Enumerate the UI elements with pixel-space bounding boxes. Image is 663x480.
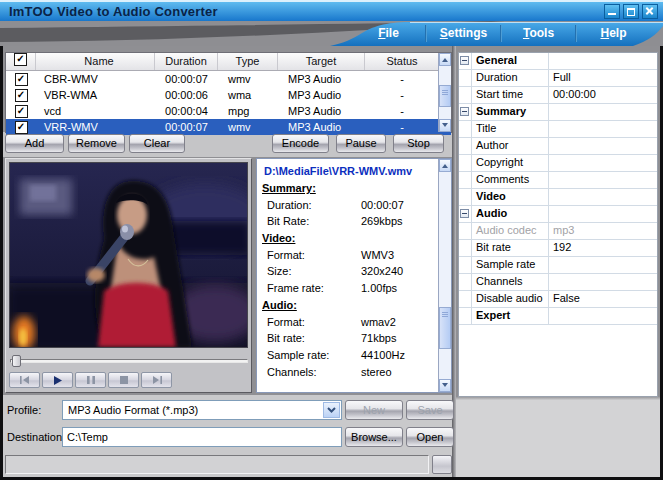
arrow-down-icon [442,123,448,130]
progress-bar-track [5,455,429,474]
row-checkbox[interactable]: ✓ [15,73,28,86]
menu-file[interactable]: File [352,23,425,44]
profile-select[interactable]: MP3 Audio Format (*.mp3) [62,400,342,420]
property-row[interactable]: Disable audio False [459,291,657,308]
browse-button[interactable]: Browse... [345,427,403,447]
scrollbar-thumb[interactable] [439,85,451,107]
bitrate-value: 269kbps [361,215,403,227]
property-group-row[interactable]: Audio [459,206,657,223]
skip-start-icon [20,376,30,384]
table-row[interactable]: ✓ vcd 00:00:04 mpg MP3 Audio - [6,103,451,119]
select-all-checkbox[interactable]: ✓ [14,53,27,66]
property-row[interactable]: Sample rate [459,257,657,274]
stop-playback-button[interactable] [108,372,139,388]
column-header-type[interactable]: Type [218,53,278,70]
row-checkbox[interactable]: ✓ [15,105,28,118]
player-controls [9,372,172,388]
window-controls [604,4,658,19]
column-header-target[interactable]: Target [278,53,365,70]
row-checkbox[interactable]: ✓ [15,121,28,134]
property-row[interactable]: Bit rate 192 [459,240,657,257]
media-info-panel: D:\MediaFile\VRR-WMV.wmv Summary: Durati… [256,158,452,393]
destination-input[interactable] [62,427,342,447]
destination-label: Destination: [7,431,65,443]
size-value: 320x240 [361,265,403,277]
stop-button[interactable]: Stop [393,134,444,153]
window-title: ImTOO Video to Audio Converter [9,4,218,19]
remove-button[interactable]: Remove [68,134,125,153]
arrow-up-icon [442,161,448,168]
property-group-row[interactable]: Summary [459,104,657,121]
add-button[interactable]: Add [5,134,64,153]
arrow-down-icon [442,383,448,390]
profile-dropdown-button[interactable] [323,402,340,418]
channels-value: stereo [361,366,392,378]
collapse-icon[interactable] [460,56,469,65]
table-row-selected[interactable]: ✓ VRR-WMV 00:00:07 wmv MP3 Audio - [6,119,451,135]
play-button[interactable] [42,372,73,388]
pause-button[interactable]: Pause [336,134,386,153]
statusbar-button[interactable] [432,455,452,474]
save-profile-button[interactable]: Save [406,400,454,420]
property-row[interactable]: Comments [459,172,657,189]
scrollbar-thumb[interactable] [439,307,451,349]
property-group-row[interactable]: General [459,53,657,70]
menu-help[interactable]: Help [577,23,650,44]
column-header-duration[interactable]: Duration [155,53,218,70]
table-row[interactable]: ✓ CBR-WMV 00:00:07 wmv MP3 Audio - [6,71,451,87]
seek-track[interactable] [10,359,248,363]
maximize-button[interactable] [623,4,639,19]
property-row[interactable]: Duration Full [459,70,657,87]
new-profile-button[interactable]: New [345,400,403,420]
encode-button[interactable]: Encode [272,134,329,153]
property-row[interactable]: Title [459,121,657,138]
audio-bitrate-value: 71kbps [361,332,396,344]
collapse-icon[interactable] [460,107,469,116]
menu-settings[interactable]: Settings [427,23,500,44]
clear-button[interactable]: Clear [129,134,185,153]
property-row-disabled: Audio codec mp3 [459,223,657,240]
skip-end-button[interactable] [141,372,172,388]
seek-bar[interactable] [10,355,248,367]
skip-start-button[interactable] [9,372,40,388]
stop-icon [120,376,128,384]
row-checkbox[interactable]: ✓ [15,89,28,102]
profile-selected-value: MP3 Audio Format (*.mp3) [68,404,198,416]
property-row[interactable]: Author [459,138,657,155]
scroll-down-button[interactable] [439,379,451,392]
property-row[interactable]: Channels [459,274,657,291]
scroll-up-button[interactable] [439,53,451,66]
file-list: ✓ Name Duration Type Target Status ✓ CBR… [5,52,452,133]
maximize-icon [627,8,635,16]
right-bottom-panel [456,400,660,477]
seek-thumb[interactable] [12,355,21,367]
audio-format-value: wmav2 [361,316,396,328]
property-group-row[interactable]: Expert [459,308,657,325]
menu-bar: File Settings Tools Help [352,23,650,44]
settings-property-grid: General Duration Full Start time 00:00:0… [458,52,658,397]
app-window: ImTOO Video to Audio Converter File Sett… [0,0,663,480]
info-scrollbar[interactable] [438,159,451,392]
column-header-check[interactable]: ✓ [6,53,36,70]
samplerate-value: 44100Hz [361,349,405,361]
pause-icon [87,376,95,384]
scroll-down-button[interactable] [439,119,451,132]
property-group-row[interactable]: Video [459,189,657,206]
minimize-button[interactable] [604,4,620,19]
media-info-content: D:\MediaFile\VRR-WMV.wmv Summary: Durati… [257,163,438,380]
collapse-icon[interactable] [460,209,469,218]
close-button[interactable] [642,4,658,19]
file-list-scrollbar[interactable] [438,53,451,132]
column-header-status[interactable]: Status [365,53,439,70]
skip-end-icon [152,376,162,384]
scroll-up-button[interactable] [439,159,451,172]
open-button[interactable]: Open [406,427,454,447]
property-row[interactable]: Start time 00:00:00 [459,87,657,104]
column-header-name[interactable]: Name [36,53,155,70]
property-row[interactable]: Copyright [459,155,657,172]
menu-tools[interactable]: Tools [502,23,575,44]
table-row[interactable]: ✓ VBR-WMA 00:00:06 wma MP3 Audio - [6,87,451,103]
media-file-path: D:\MediaFile\VRR-WMV.wmv [257,163,438,180]
minimize-icon [608,13,616,15]
pause-playback-button[interactable] [75,372,106,388]
